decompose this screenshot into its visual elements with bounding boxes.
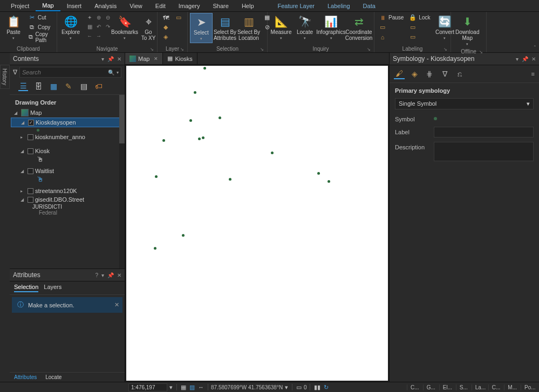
map-point[interactable]: [219, 116, 221, 119]
contents-menu-icon[interactable]: ▾: [101, 56, 104, 62]
layer-streetanno120k[interactable]: ▸ streetanno120K: [11, 187, 124, 195]
map-node[interactable]: ◢ Map: [11, 108, 124, 118]
attributes-pin-icon[interactable]: 📌: [107, 272, 114, 278]
layer-symbol-mouse-blue[interactable]: 🖱: [11, 175, 124, 183]
menu-insert[interactable]: Insert: [60, 1, 88, 11]
infographics-button[interactable]: 📊Infographics▾: [317, 13, 345, 42]
map-canvas[interactable]: [126, 66, 388, 381]
history-tab[interactable]: History: [0, 65, 10, 89]
status-right-tab[interactable]: C...: [407, 384, 422, 390]
map-point[interactable]: [182, 234, 185, 237]
select-button[interactable]: ➤ Select▾: [190, 13, 213, 43]
doc-tab-kiosks[interactable]: ▦ Kiosks: [163, 53, 197, 64]
status-right-tab[interactable]: S...: [456, 384, 471, 390]
symbology-type-select[interactable]: Single Symbol▾: [395, 98, 534, 109]
list-by-source-icon[interactable]: 🗄: [33, 81, 43, 91]
labeling-launcher[interactable]: ↘: [444, 47, 447, 52]
status-refresh-icon[interactable]: ↻: [323, 384, 330, 391]
zoom-out-icon[interactable]: ⊖: [104, 13, 112, 22]
snap-icon[interactable]: ↔: [197, 384, 205, 390]
list-by-drawing-order-icon[interactable]: ☰: [18, 81, 28, 91]
view-mode-map-icon[interactable]: ▥: [188, 384, 196, 391]
scale-drop-icon[interactable]: ▾: [168, 384, 174, 391]
layer-launcher[interactable]: ↘: [180, 47, 184, 52]
map-point[interactable]: [162, 139, 165, 142]
lock-labels-button[interactable]: 🔒Lock: [407, 13, 432, 22]
select-by-attributes-button[interactable]: ▤ Select By Attributes: [214, 13, 236, 42]
list-by-editing-icon[interactable]: ✎: [64, 81, 73, 91]
contents-pin-icon[interactable]: 📌: [107, 56, 114, 62]
add-data-button[interactable]: ◆: [160, 23, 172, 32]
menu-data[interactable]: Data: [357, 1, 382, 11]
attributes-menu-icon[interactable]: ▾: [101, 272, 104, 278]
bottom-tab-locate[interactable]: Locate: [41, 373, 66, 382]
layer-waitlist[interactable]: ◢ Waitlist: [11, 167, 124, 175]
status-right-tab[interactable]: La...: [472, 384, 488, 390]
pan-left-icon[interactable]: ←: [85, 31, 94, 40]
symbology-pin-icon[interactable]: 📌: [522, 56, 528, 62]
search-go-icon[interactable]: 🔍: [108, 70, 114, 75]
navigate-launcher[interactable]: ↘: [150, 47, 154, 52]
layer-symbol-dot[interactable]: [11, 127, 124, 133]
sym-tab-advanced-icon[interactable]: ⎌: [454, 68, 465, 79]
menu-labeling[interactable]: Labeling: [321, 1, 357, 11]
list-by-selection-icon[interactable]: ▦: [49, 81, 58, 91]
layer-checkbox[interactable]: [28, 168, 33, 174]
symbology-description-input[interactable]: [434, 142, 534, 161]
explore-button[interactable]: 🌐 Explore▾: [59, 13, 82, 42]
attributes-help-icon[interactable]: ?: [95, 272, 98, 278]
map-point[interactable]: [202, 136, 204, 139]
layer-kioskdaysopen[interactable]: ◢ Kioskdaysopen: [11, 118, 124, 127]
layer-kiosk[interactable]: ◢ Kiosk: [11, 147, 124, 155]
map-point[interactable]: [194, 91, 196, 94]
layer-checkbox[interactable]: [28, 148, 33, 154]
symbology-swatch[interactable]: [434, 117, 437, 120]
list-by-labeling-icon[interactable]: 🏷: [94, 81, 104, 91]
select-by-location-button[interactable]: ▥ Select By Location: [237, 13, 260, 42]
layer-checkbox[interactable]: [28, 120, 34, 126]
layer-symbol-mouse[interactable]: 🖱: [11, 155, 124, 163]
more-labeling-button[interactable]: ⌂: [377, 32, 406, 42]
attributes-tab-layers[interactable]: Layers: [44, 284, 62, 292]
sym-tab-primary-icon[interactable]: 🖌: [394, 68, 405, 79]
basemap-button[interactable]: 🗺: [160, 13, 172, 22]
pause-labels-button[interactable]: ⏸Pause: [377, 13, 406, 22]
label-opt-2[interactable]: ▭: [407, 23, 432, 32]
banner-close-icon[interactable]: ✕: [114, 301, 119, 308]
contents-search[interactable]: 🔍 ▾: [19, 67, 121, 78]
tab-close-icon[interactable]: ✕: [154, 56, 158, 61]
download-map-button[interactable]: ⬇Download Map▾: [453, 13, 481, 48]
add-preset-button[interactable]: ◈: [160, 32, 172, 42]
view-mode-table-icon[interactable]: ▦: [180, 384, 187, 391]
search-drop-icon[interactable]: ▾: [117, 70, 119, 75]
copy-path-button[interactable]: ⧉Copy Path: [26, 32, 54, 42]
layer-checkbox[interactable]: [28, 188, 33, 194]
label-opt-3[interactable]: ▭: [407, 32, 432, 42]
zoom-sel-icon[interactable]: ▦: [85, 22, 94, 31]
layer-checkbox[interactable]: [28, 134, 33, 140]
map-point[interactable]: [317, 172, 320, 175]
map-point[interactable]: [155, 175, 158, 178]
bottom-tab-attributes[interactable]: Attributes: [10, 373, 41, 382]
filter-icon[interactable]: ∇: [13, 68, 17, 76]
layer-kiosknumber-anno[interactable]: ▸ kiosknumber_anno: [11, 133, 124, 141]
layer-street[interactable]: ◢ gisedit.DBO.Street: [11, 195, 124, 204]
offline-launcher[interactable]: ↘: [479, 50, 483, 54]
map-point[interactable]: [328, 180, 330, 183]
locate-button[interactable]: 🔭Locate▾: [294, 13, 316, 42]
status-right-tab[interactable]: C...: [488, 384, 504, 390]
status-pause-icon[interactable]: ▮▮: [313, 384, 322, 391]
cut-button[interactable]: ✂Cut: [26, 13, 54, 22]
zoom-in-icon[interactable]: ⊕: [94, 13, 103, 22]
menu-share[interactable]: Share: [207, 1, 235, 11]
menu-imagery[interactable]: Imagery: [172, 1, 207, 11]
menu-feature-layer[interactable]: Feature Layer: [271, 1, 321, 11]
doc-tab-map[interactable]: Map ✕: [125, 53, 163, 64]
bookmarks-button[interactable]: 🔖 Bookmarks▾: [113, 13, 136, 42]
menu-map[interactable]: Map: [36, 1, 60, 11]
selection-launcher[interactable]: ↘: [260, 47, 264, 52]
measure-button[interactable]: 📐Measure▾: [270, 13, 292, 42]
map-point[interactable]: [271, 152, 274, 154]
paste-button[interactable]: 📋 Paste ▾: [2, 13, 25, 42]
list-by-snapping-icon[interactable]: ▤: [79, 81, 88, 91]
